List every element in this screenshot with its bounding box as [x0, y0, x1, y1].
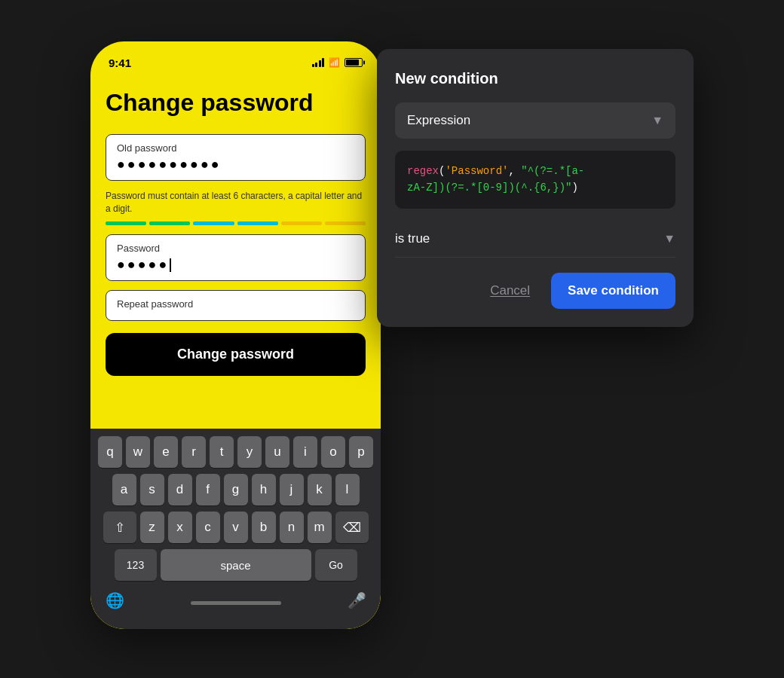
- key-a[interactable]: a: [112, 474, 136, 505]
- keyboard: q w e r t y u i o p a s d f g h j k: [90, 429, 381, 629]
- signal-icon: [312, 58, 325, 67]
- key-space[interactable]: space: [161, 549, 311, 581]
- strength-seg-1: [106, 221, 146, 225]
- globe-icon[interactable]: 🌐: [101, 587, 128, 614]
- status-icons: 📶: [312, 57, 363, 68]
- key-u[interactable]: u: [265, 436, 289, 468]
- save-condition-button[interactable]: Save condition: [551, 273, 675, 309]
- is-true-row[interactable]: is true ▼: [395, 221, 675, 258]
- dialog-actions: Cancel Save condition: [395, 273, 675, 309]
- code-content-2: zA-Z])(?=.*[0-9])(^.{6,})" ): [407, 179, 663, 196]
- page-title: Change password: [106, 90, 366, 116]
- strength-seg-3: [193, 221, 234, 225]
- status-time: 9:41: [109, 56, 131, 69]
- key-go[interactable]: Go: [315, 549, 357, 581]
- battery-icon: [345, 58, 363, 67]
- strength-seg-2: [149, 221, 190, 225]
- key-x[interactable]: x: [168, 512, 192, 543]
- key-n[interactable]: n: [280, 512, 304, 543]
- key-shift[interactable]: ⇧: [103, 512, 136, 543]
- keyboard-row-2: a s d f g h j k l: [93, 474, 378, 505]
- phone-content: Change password Old password ●●●●●●●●●● …: [90, 75, 381, 376]
- key-g[interactable]: g: [224, 474, 248, 505]
- code-string-3: zA-Z])(?=.*[0-9])(^.{6,})": [407, 179, 571, 196]
- phone-mockup: 9:41 📶 Change password Old password ●●●●…: [90, 41, 381, 629]
- dialog-title: New condition: [395, 70, 675, 87]
- key-o[interactable]: o: [321, 436, 345, 468]
- strength-seg-5: [281, 221, 322, 225]
- old-password-value: ●●●●●●●●●●: [117, 157, 354, 173]
- strength-seg-6: [325, 221, 366, 225]
- new-password-value: ●●●●●: [117, 257, 354, 273]
- is-true-chevron-icon: ▼: [663, 232, 675, 246]
- old-password-field[interactable]: Old password ●●●●●●●●●●: [106, 134, 366, 181]
- keyboard-bottom: 🌐 🎤: [93, 587, 378, 614]
- key-123[interactable]: 123: [115, 549, 157, 581]
- code-content: regex ( 'Password' , "^(?=.*[a-: [407, 163, 663, 179]
- change-password-button[interactable]: Change password: [106, 333, 366, 376]
- key-t[interactable]: t: [210, 436, 234, 468]
- key-c[interactable]: c: [196, 512, 220, 543]
- code-editor[interactable]: regex ( 'Password' , "^(?=.*[a- zA-Z])(?…: [395, 151, 675, 209]
- expression-select[interactable]: Expression ▼: [395, 102, 675, 139]
- key-p[interactable]: p: [349, 436, 373, 468]
- key-h[interactable]: h: [252, 474, 276, 505]
- repeat-password-label: Repeat password: [117, 298, 354, 310]
- home-indicator: [191, 601, 281, 605]
- code-paren-open: (: [439, 163, 445, 179]
- keyboard-row-4: 123 space Go: [93, 549, 378, 581]
- key-j[interactable]: j: [280, 474, 304, 505]
- old-password-label: Old password: [117, 142, 354, 154]
- expression-select-label: Expression: [407, 113, 470, 128]
- key-r[interactable]: r: [182, 436, 206, 468]
- new-password-field[interactable]: Password ●●●●●: [106, 234, 366, 281]
- key-f[interactable]: f: [196, 474, 220, 505]
- key-w[interactable]: w: [126, 436, 150, 468]
- code-function: regex: [407, 163, 439, 179]
- key-s[interactable]: s: [140, 474, 164, 505]
- code-paren-close: ): [571, 179, 577, 196]
- repeat-password-field[interactable]: Repeat password: [106, 290, 366, 321]
- key-d[interactable]: d: [168, 474, 192, 505]
- keyboard-row-1: q w e r t y u i o p: [93, 436, 378, 468]
- strength-bar: [106, 221, 366, 225]
- key-backspace[interactable]: ⌫: [335, 512, 369, 543]
- code-comma: ,: [508, 163, 521, 179]
- key-y[interactable]: y: [237, 436, 262, 468]
- key-b[interactable]: b: [252, 512, 276, 543]
- cancel-button[interactable]: Cancel: [478, 276, 542, 306]
- new-password-label: Password: [117, 243, 354, 254]
- wifi-icon: 📶: [329, 57, 340, 68]
- key-l[interactable]: l: [335, 474, 360, 505]
- code-string-2: "^(?=.*[a-: [521, 163, 584, 179]
- new-condition-dialog: New condition Expression ▼ regex ( 'Pass…: [377, 49, 694, 327]
- key-i[interactable]: i: [293, 436, 317, 468]
- password-hint: Password must contain at least 6 charact…: [106, 190, 366, 215]
- key-e[interactable]: e: [154, 436, 178, 468]
- microphone-icon[interactable]: 🎤: [343, 587, 370, 614]
- key-m[interactable]: m: [308, 512, 332, 543]
- key-q[interactable]: q: [98, 436, 122, 468]
- key-k[interactable]: k: [308, 474, 332, 505]
- keyboard-row-3: ⇧ z x c v b n m ⌫: [93, 512, 378, 543]
- key-z[interactable]: z: [140, 512, 164, 543]
- chevron-down-icon: ▼: [651, 114, 663, 127]
- code-string-1: 'Password': [445, 163, 508, 179]
- key-v[interactable]: v: [224, 512, 248, 543]
- is-true-label: is true: [395, 231, 430, 246]
- status-bar: 9:41 📶: [90, 41, 381, 75]
- strength-seg-4: [237, 221, 278, 225]
